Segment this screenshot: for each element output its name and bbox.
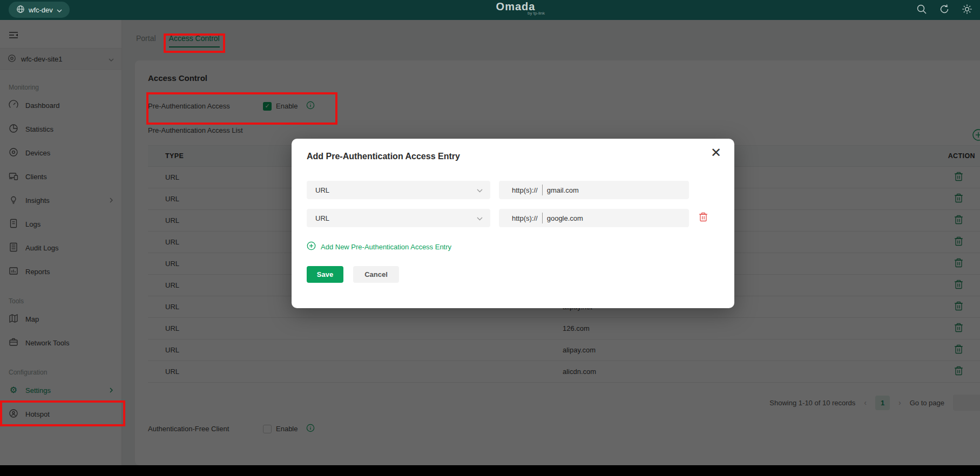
prefix-divider	[542, 185, 543, 195]
refresh-icon[interactable]	[939, 4, 950, 17]
delete-entry-trash-icon[interactable]	[699, 212, 708, 224]
url-input[interactable]	[546, 186, 675, 195]
entry-row: URL http(s)://	[307, 181, 719, 199]
add-preauth-entry-modal: Add Pre-Authentication Access Entry ✕ UR…	[292, 139, 734, 308]
logo-title: Omada	[483, 1, 548, 12]
controller-selector[interactable]: wfc-dev	[9, 2, 70, 18]
controller-name: wfc-dev	[29, 6, 53, 14]
entry-type-value: URL	[315, 186, 329, 194]
save-button[interactable]: Save	[307, 266, 343, 283]
add-new-entry-link[interactable]: Add New Pre-Authentication Access Entry	[307, 241, 719, 252]
prefix-divider	[542, 213, 543, 223]
globe-icon	[16, 5, 25, 15]
omada-logo: Omada by tp-link	[483, 1, 548, 16]
entry-row: URL http(s)://	[307, 209, 719, 227]
chevron-down-icon	[477, 214, 483, 222]
modal-title: Add Pre-Authentication Access Entry	[307, 152, 719, 161]
omada-controller-screen: wfc-dev Omada by tp-link	[0, 0, 980, 476]
url-prefix: http(s)://	[512, 214, 538, 222]
topbar-actions	[916, 0, 972, 20]
search-icon[interactable]	[916, 4, 927, 17]
chevron-down-icon	[57, 6, 62, 14]
close-icon[interactable]: ✕	[711, 146, 721, 159]
entry-url-field[interactable]: http(s)://	[499, 181, 689, 199]
plus-circle-icon	[307, 241, 316, 252]
brightness-icon[interactable]	[962, 4, 972, 17]
add-new-entry-label: Add New Pre-Authentication Access Entry	[321, 243, 451, 251]
entry-url-field[interactable]: http(s)://	[499, 209, 689, 227]
chevron-down-icon	[477, 186, 483, 194]
url-prefix: http(s)://	[512, 186, 538, 194]
cancel-button[interactable]: Cancel	[353, 266, 399, 283]
entry-type-select[interactable]: URL	[307, 181, 490, 199]
url-input[interactable]	[546, 214, 675, 223]
entry-type-select[interactable]: URL	[307, 209, 490, 227]
topbar: wfc-dev Omada by tp-link	[0, 0, 980, 20]
entry-type-value: URL	[315, 214, 329, 222]
